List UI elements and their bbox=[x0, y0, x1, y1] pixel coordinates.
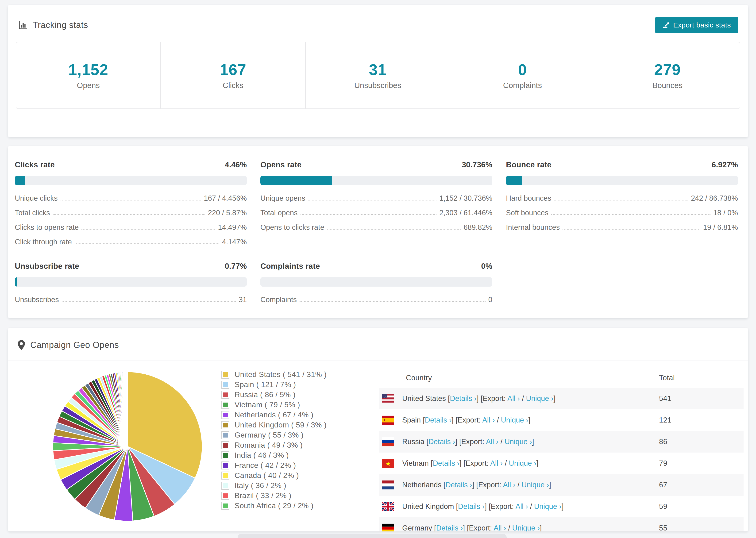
export-unique-link[interactable]: Unique › bbox=[512, 524, 540, 531]
details-link[interactable]: Details › bbox=[433, 459, 459, 467]
country-cell: Russia [Details ›] [Export: All › / Uniq… bbox=[402, 438, 534, 446]
rate-detail-row: Total opens 2,303 / 61.446% bbox=[260, 209, 492, 217]
rate-title: Complaints rate bbox=[260, 262, 320, 271]
stat-label: Clicks bbox=[223, 81, 243, 90]
legend-label: Netherlands ( 67 / 4% ) bbox=[235, 410, 313, 419]
geo-pie-chart bbox=[48, 367, 207, 531]
rate-title: Bounce rate bbox=[506, 160, 552, 169]
export-all-link[interactable]: All › bbox=[503, 481, 515, 489]
rate-detail-row: Unique clicks 167 / 4.456% bbox=[15, 194, 247, 202]
horizontal-scrollbar-thumb[interactable] bbox=[238, 534, 507, 538]
empty-cell bbox=[506, 262, 738, 304]
export-all-link[interactable]: All › bbox=[494, 524, 506, 531]
legend-swatch bbox=[221, 461, 229, 469]
rate-detail-row: Unsubscribes 31 bbox=[15, 296, 247, 304]
rate-detail-label: Hard bounces bbox=[506, 194, 551, 202]
export-all-link[interactable]: All › bbox=[507, 394, 520, 403]
rate-value: 0.77% bbox=[225, 262, 247, 271]
country-cell: Netherlands [Details ›] [Export: All › /… bbox=[402, 481, 551, 489]
export-unique-link[interactable]: Unique › bbox=[501, 416, 528, 424]
export-all-link[interactable]: All › bbox=[482, 416, 495, 424]
rate-detail-row: Total clicks 220 / 5.87% bbox=[15, 209, 247, 217]
rate-value: 6.927% bbox=[712, 160, 738, 169]
rate-detail-row: Clicks to opens rate 14.497% bbox=[15, 223, 247, 232]
country-cell: United States [Details ›] [Export: All ›… bbox=[402, 394, 556, 403]
details-link[interactable]: Details › bbox=[428, 438, 455, 446]
export-unique-link[interactable]: Unique › bbox=[521, 481, 549, 489]
legend-item-south-africa[interactable]: South Africa ( 29 / 2% ) bbox=[221, 501, 367, 511]
dotted-leader bbox=[327, 229, 460, 230]
rate-value: 0% bbox=[481, 262, 492, 271]
rate-detail-row: Internal bounces 19 / 6.81% bbox=[506, 223, 738, 232]
export-unique-link[interactable]: Unique › bbox=[509, 459, 536, 467]
legend-item-italy[interactable]: Italy ( 36 / 2% ) bbox=[221, 480, 367, 491]
legend-item-india[interactable]: India ( 46 / 3% ) bbox=[221, 450, 367, 460]
legend-label: Russia ( 86 / 5% ) bbox=[235, 390, 296, 399]
rate-detail-label: Total clicks bbox=[15, 209, 50, 217]
dotted-leader bbox=[308, 200, 436, 200]
flag-germany-icon bbox=[382, 523, 394, 531]
export-all-link[interactable]: All › bbox=[486, 438, 499, 446]
export-unique-link[interactable]: Unique › bbox=[505, 438, 532, 446]
legend-swatch bbox=[221, 452, 229, 459]
table-row-netherlands: Netherlands [Details ›] [Export: All › /… bbox=[379, 474, 743, 496]
bar-chart-icon bbox=[18, 20, 28, 30]
legend-label: United Kingdom ( 59 / 3% ) bbox=[235, 421, 327, 429]
stat-value: 279 bbox=[654, 61, 681, 79]
stat-value: 0 bbox=[518, 61, 527, 79]
legend-swatch bbox=[221, 421, 229, 429]
details-link[interactable]: Details › bbox=[450, 394, 477, 403]
rate-detail-row: Hard bounces 242 / 86.738% bbox=[506, 194, 738, 202]
rate-detail-value: 1,152 / 30.736% bbox=[439, 194, 492, 202]
country-cell: Germany [Details ›] [Export: All › / Uni… bbox=[402, 524, 542, 531]
flag-russia-icon bbox=[382, 437, 394, 447]
dotted-leader bbox=[554, 200, 688, 200]
export-unique-link[interactable]: Unique › bbox=[526, 394, 553, 403]
stat-value: 1,152 bbox=[68, 61, 108, 79]
export-all-link[interactable]: All › bbox=[515, 502, 528, 511]
export-button-label: Export basic stats bbox=[673, 21, 731, 29]
rate-detail-value: 31 bbox=[239, 296, 247, 304]
legend-item-france[interactable]: France ( 42 / 2% ) bbox=[221, 460, 367, 470]
total-cell: 86 bbox=[659, 438, 743, 446]
details-link[interactable]: Details › bbox=[445, 481, 472, 489]
legend-item-germany[interactable]: Germany ( 55 / 3% ) bbox=[221, 430, 367, 440]
legend-swatch bbox=[221, 371, 229, 379]
export-basic-stats-button[interactable]: Export basic stats bbox=[655, 17, 738, 33]
rate-section-opens-rate: Opens rate 30.736% Unique opens 1,152 / … bbox=[260, 160, 492, 246]
export-all-link[interactable]: All › bbox=[490, 459, 503, 467]
legend-item-spain[interactable]: Spain ( 121 / 7% ) bbox=[221, 380, 367, 390]
legend-item-canada[interactable]: Canada ( 40 / 2% ) bbox=[221, 470, 367, 480]
legend-label: France ( 42 / 2% ) bbox=[235, 461, 296, 470]
rate-detail-label: Total opens bbox=[260, 209, 298, 217]
legend-item-romania[interactable]: Romania ( 49 / 3% ) bbox=[221, 440, 367, 450]
stat-value: 167 bbox=[220, 61, 246, 79]
rate-section-clicks-rate: Clicks rate 4.46% Unique clicks 167 / 4.… bbox=[15, 160, 247, 246]
rate-detail-value: 689.82% bbox=[464, 223, 492, 232]
legend-item-brazil[interactable]: Brazil ( 33 / 2% ) bbox=[221, 491, 367, 501]
details-link[interactable]: Details › bbox=[436, 524, 463, 531]
table-row-us: United States [Details ›] [Export: All ›… bbox=[379, 388, 743, 409]
stat-box-bounces: 279 Bounces bbox=[595, 42, 740, 108]
rate-title: Unsubscribe rate bbox=[15, 262, 79, 271]
progress-bar bbox=[15, 176, 247, 185]
rate-detail-row: Opens to clicks rate 689.82% bbox=[260, 223, 492, 232]
flag-spain-icon bbox=[382, 415, 394, 425]
legend-item-united-states[interactable]: United States ( 541 / 31% ) bbox=[221, 369, 367, 380]
legend-item-vietnam[interactable]: Vietnam ( 79 / 5% ) bbox=[221, 400, 367, 410]
stats-summary-strip: 1,152 Opens 167 Clicks 31 Unsubscribes 0… bbox=[16, 42, 740, 109]
geo-card-title: Campaign Geo Opens bbox=[30, 340, 119, 350]
legend-item-russia[interactable]: Russia ( 86 / 5% ) bbox=[221, 390, 367, 400]
details-link[interactable]: Details › bbox=[425, 416, 452, 424]
table-row-spain: Spain [Details ›] [Export: All › / Uniqu… bbox=[379, 409, 743, 431]
total-cell: 121 bbox=[659, 416, 743, 424]
legend-item-netherlands[interactable]: Netherlands ( 67 / 4% ) bbox=[221, 410, 367, 420]
rate-detail-value: 167 / 4.456% bbox=[204, 194, 247, 202]
details-link[interactable]: Details › bbox=[458, 502, 485, 511]
export-unique-link[interactable]: Unique › bbox=[534, 502, 562, 511]
legend-item-united-kingdom[interactable]: United Kingdom ( 59 / 3% ) bbox=[221, 420, 367, 430]
rate-detail-value: 4.147% bbox=[222, 238, 247, 246]
country-cell: Spain [Details ›] [Export: All › / Uniqu… bbox=[402, 416, 530, 424]
legend-label: Romania ( 49 / 3% ) bbox=[235, 441, 303, 450]
rate-detail-label: Internal bounces bbox=[506, 223, 560, 232]
